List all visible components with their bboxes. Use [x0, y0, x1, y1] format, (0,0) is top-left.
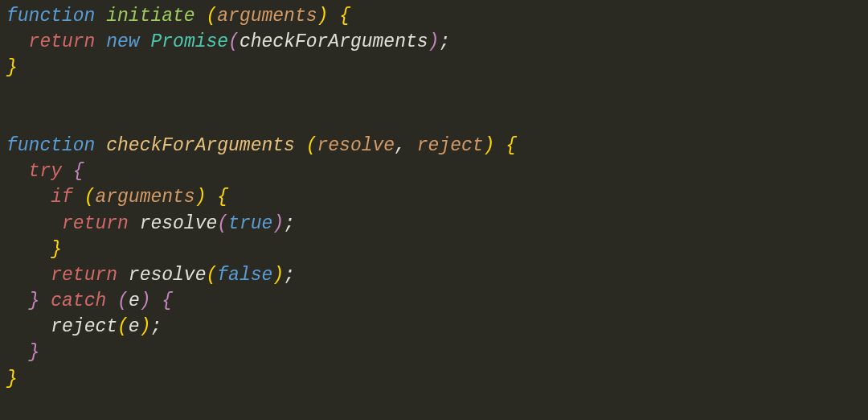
code-block: function initiate (arguments) { return n…	[6, 3, 862, 392]
paren-open: (	[117, 290, 129, 311]
keyword-try: try	[29, 161, 62, 182]
paren-close: )	[140, 290, 151, 311]
brace-close: }	[29, 342, 40, 363]
brace-open: {	[339, 6, 350, 27]
param-e: e	[129, 290, 140, 311]
arg-e: e	[129, 316, 140, 337]
paren-open: (	[217, 213, 228, 234]
paren-open: (	[206, 6, 217, 27]
keyword-if: if	[51, 187, 73, 208]
brace-open: {	[506, 135, 517, 156]
keyword-return: return	[29, 31, 96, 52]
paren-close: )	[272, 265, 284, 286]
arg-checkForArguments: checkForArguments	[240, 31, 428, 52]
fn-call-resolve: resolve	[129, 265, 207, 286]
fn-call-resolve: resolve	[140, 213, 218, 234]
paren-open: (	[84, 187, 96, 208]
brace-open: {	[217, 187, 228, 208]
param-resolve: resolve	[317, 135, 395, 156]
keyword-return: return	[51, 265, 117, 286]
param-reject: reject	[417, 135, 484, 156]
bool-true: true	[228, 213, 272, 234]
brace-close: }	[6, 369, 18, 389]
keyword-new: new	[106, 31, 139, 52]
paren-close: )	[140, 316, 151, 337]
paren-close: )	[428, 31, 440, 52]
semicolon: ;	[284, 265, 295, 286]
paren-close: )	[484, 135, 495, 156]
brace-close: }	[6, 57, 18, 78]
paren-open: (	[117, 316, 129, 337]
paren-close: )	[317, 6, 329, 27]
brace-open: {	[162, 290, 173, 311]
param-arguments: arguments	[217, 6, 317, 27]
function-name-initiate: initiate	[106, 6, 194, 27]
semicolon: ;	[284, 213, 295, 234]
brace-close: }	[51, 239, 62, 260]
paren-open: (	[228, 31, 240, 52]
keyword-function: function	[6, 135, 95, 156]
semicolon: ;	[439, 31, 450, 52]
paren-close: )	[272, 213, 284, 234]
param-arguments: arguments	[95, 187, 194, 208]
keyword-function: function	[6, 6, 95, 27]
semicolon: ;	[150, 316, 162, 337]
fn-call-reject: reject	[51, 316, 117, 337]
bool-false: false	[217, 265, 272, 286]
class-promise: Promise	[150, 31, 228, 52]
paren-open: (	[306, 135, 317, 156]
keyword-catch: catch	[51, 290, 106, 311]
paren-open: (	[206, 265, 217, 286]
function-name-checkForArguments: checkForArguments	[106, 135, 295, 156]
paren-close: )	[195, 187, 207, 208]
comma: ,	[395, 135, 417, 156]
keyword-return: return	[62, 213, 129, 234]
brace-close: }	[29, 290, 40, 311]
brace-open: {	[73, 161, 84, 182]
